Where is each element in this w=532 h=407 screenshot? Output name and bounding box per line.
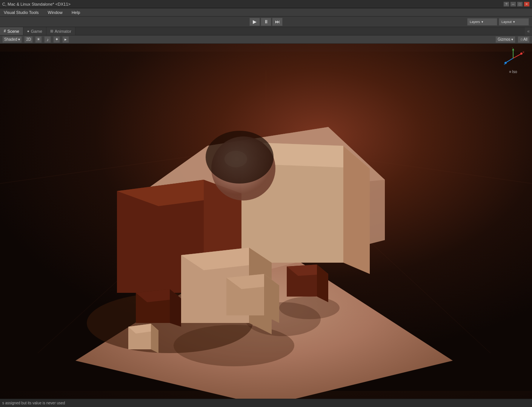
animator-tab-icon: ⊞: [50, 29, 53, 33]
gizmos-label: Gizmos: [498, 37, 510, 41]
status-message: s assigned but its value is never used: [2, 401, 65, 405]
layout-dropdown[interactable]: Layout ▾: [499, 18, 529, 26]
toolbar-center: ▶ ⏸ ⏭: [249, 18, 283, 26]
toolbar: ▶ ⏸ ⏭ Layers ▾ Layout ▾: [0, 17, 532, 27]
layers-arrow: ▾: [481, 20, 483, 24]
play-button[interactable]: ▶: [249, 18, 260, 26]
menu-item-vstudio[interactable]: Visual Studio Tools: [2, 9, 41, 15]
svg-text:X: X: [523, 50, 524, 54]
svg-line-41: [506, 58, 513, 63]
tab-scene[interactable]: # Scene: [0, 27, 23, 35]
game-tab-label: Game: [31, 29, 42, 34]
gizmos-btn[interactable]: Gizmos ▾: [495, 36, 515, 43]
twod-label: 2D: [26, 37, 31, 41]
svg-text:Y: Y: [512, 47, 514, 49]
tab-game[interactable]: ● Game: [23, 27, 46, 35]
maximize-btn[interactable]: □: [517, 2, 523, 7]
scene-btn-fx[interactable]: ✦: [53, 36, 60, 43]
game-tab-icon: ●: [27, 29, 29, 33]
layout-arrow: ▾: [513, 20, 515, 24]
gizmos-arrow: ▾: [511, 37, 513, 41]
menu-bar: Visual Studio Tools Window Help: [0, 8, 532, 17]
svg-point-12: [279, 297, 340, 319]
scene-view: [0, 44, 532, 399]
title-buttons: ? ─ □ ✕: [503, 2, 530, 7]
menu-item-window[interactable]: Window: [46, 9, 65, 15]
toolbar-right: Layers ▾ Layout ▾: [467, 18, 529, 26]
status-bar: s assigned but its value is never used: [0, 399, 532, 407]
scene-toolbar: Shaded ▾ 2D ☀ ♪ ✦ ▸ Gizmos ▾ ☆All: [0, 35, 532, 44]
scene-btn-cam[interactable]: ▸: [62, 36, 69, 43]
layers-dropdown[interactable]: Layers ▾: [467, 18, 497, 26]
help-btn[interactable]: ?: [503, 2, 509, 7]
shaded-dropdown[interactable]: Shaded ▾: [2, 36, 22, 43]
svg-marker-18: [343, 146, 370, 274]
axis-gizmo: Y X Z: [502, 47, 524, 69]
svg-line-39: [513, 54, 521, 58]
close-btn[interactable]: ✕: [524, 2, 530, 7]
tabs-bar: # Scene ● Game ⊞ Animator «: [0, 27, 532, 35]
menu-item-help[interactable]: Help: [69, 9, 83, 15]
tab-animator[interactable]: ⊞ Animator: [46, 27, 75, 35]
twod-dropdown[interactable]: 2D: [24, 36, 33, 43]
animator-tab-label: Animator: [55, 29, 71, 34]
scene-toolbar-right: Gizmos ▾ ☆All: [495, 36, 530, 43]
all-btn[interactable]: ☆All: [518, 36, 530, 43]
viewport[interactable]: Y X Z ≡ Iso: [0, 44, 532, 399]
scene-tab-label: Scene: [8, 29, 19, 34]
all-label: ☆All: [520, 37, 527, 41]
title-bar: C, Mac & Linux Standalone* <DX11> ? ─ □ …: [0, 0, 532, 8]
svg-text:Z: Z: [504, 62, 506, 66]
svg-point-21: [206, 131, 274, 184]
minimize-btn[interactable]: ─: [510, 2, 516, 7]
title-text: C, Mac & Linux Standalone* <DX11>: [2, 2, 71, 6]
step-button[interactable]: ⏭: [272, 18, 283, 26]
collapse-panel-btn[interactable]: «: [525, 27, 532, 35]
scene-btn-sun[interactable]: ☀: [35, 36, 42, 43]
shaded-label: Shaded: [4, 37, 17, 41]
pause-button[interactable]: ⏸: [261, 18, 271, 26]
layers-label: Layers: [470, 20, 480, 24]
shaded-arrow: ▾: [18, 37, 20, 41]
layout-label: Layout: [501, 20, 512, 24]
scene-btn-sound[interactable]: ♪: [44, 36, 51, 43]
iso-label: ≡ Iso: [509, 70, 517, 74]
axis-widget: Y X Z ≡ Iso: [502, 47, 524, 74]
scene-tab-icon: #: [4, 29, 6, 33]
